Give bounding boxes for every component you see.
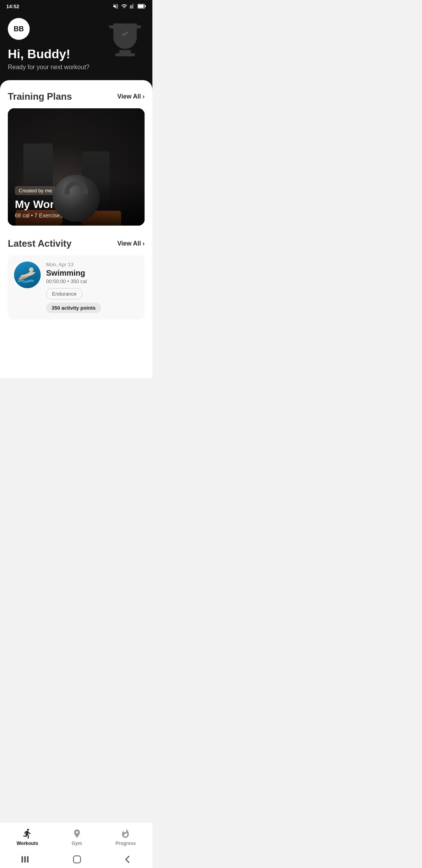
swimmer-icon [18, 265, 37, 285]
svg-rect-1 [138, 5, 144, 8]
activity-tags: Endurance 350 activity points [46, 288, 138, 313]
svg-rect-3 [119, 50, 131, 53]
latest-activity-view-all[interactable]: View All › [117, 240, 145, 247]
activity-tag-points: 350 activity points [46, 303, 101, 313]
activity-date: Mon, Apr 13 [46, 262, 138, 267]
chevron-right-icon-2: › [143, 240, 145, 247]
svg-rect-2 [145, 5, 146, 7]
hero-subtitle: Ready for your next workout? [8, 64, 145, 71]
svg-point-6 [29, 267, 34, 272]
training-plans-title: Training Plans [8, 91, 72, 102]
training-plans-view-all[interactable]: View All › [117, 93, 145, 100]
main-content: Training Plans View All › Created by me … [0, 80, 152, 378]
trophy-icon [106, 20, 145, 59]
activity-info: Mon, Apr 13 Swimming 00:50:00 • 350 cal … [46, 262, 138, 313]
latest-activity-title: Latest Activity [8, 238, 72, 249]
activity-thumbnail [14, 262, 41, 288]
activity-tag-endurance: Endurance [46, 288, 82, 299]
avatar: BB [8, 18, 30, 40]
activity-stats: 00:50:00 • 350 cal [46, 278, 138, 284]
mute-icon [113, 3, 119, 9]
latest-activity-section: Latest Activity View All › [8, 238, 145, 327]
svg-rect-4 [115, 53, 135, 56]
status-icons [113, 3, 146, 9]
signal-icon [130, 4, 135, 9]
chevron-right-icon: › [143, 93, 145, 100]
training-card-badge: Created by me [15, 186, 56, 195]
activity-name: Swimming [46, 269, 138, 278]
battery-icon [138, 4, 146, 9]
avatar-initials: BB [14, 25, 24, 33]
status-bar: 14:52 [0, 0, 152, 12]
wifi-icon [121, 3, 127, 9]
training-plan-card[interactable]: Created by me My Workout 68 cal • 7 Exer… [8, 108, 145, 226]
activity-card[interactable]: Mon, Apr 13 Swimming 00:50:00 • 350 cal … [8, 255, 145, 319]
status-time: 14:52 [6, 4, 19, 9]
latest-activity-header: Latest Activity View All › [8, 238, 145, 249]
training-plans-header: Training Plans View All › [8, 91, 145, 102]
